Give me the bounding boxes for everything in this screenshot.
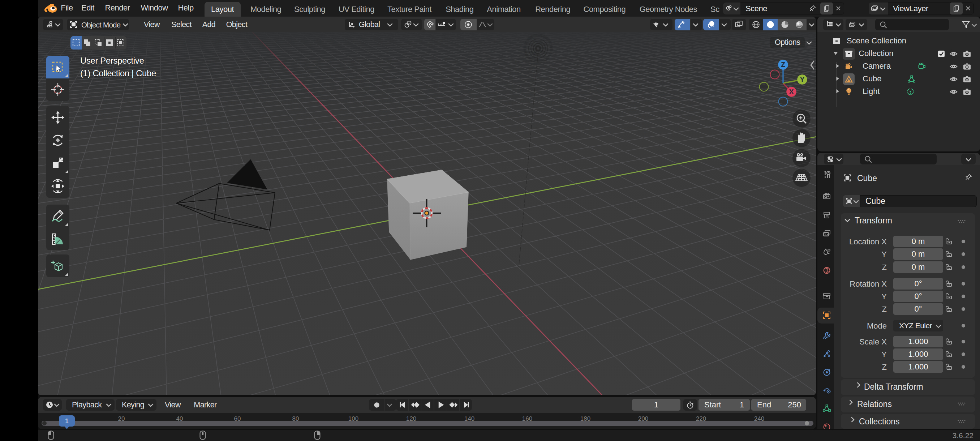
svg-text:Z: Z (781, 61, 785, 68)
svg-text:X: X (789, 88, 794, 96)
svg-text:Y: Y (800, 76, 805, 83)
